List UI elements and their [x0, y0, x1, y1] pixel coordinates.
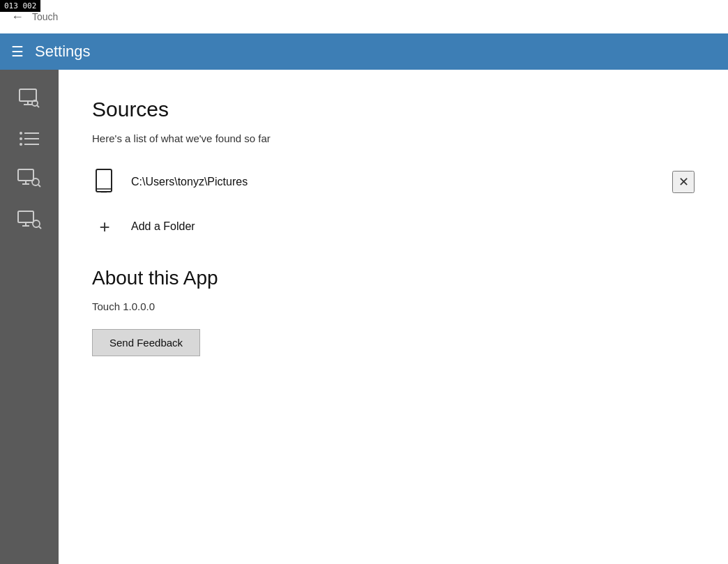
svg-rect-21: [96, 169, 112, 192]
sources-title: Sources: [92, 98, 695, 121]
sidebar-item-list[interactable]: [8, 121, 50, 156]
add-folder-label: Add a Folder: [131, 220, 195, 233]
monitor-search-icon-2: [17, 167, 42, 192]
sidebar-item-monitor-search-3[interactable]: [8, 202, 50, 237]
svg-line-20: [39, 227, 41, 229]
sidebar: [0, 70, 59, 564]
header-title: Settings: [35, 43, 91, 61]
app-version: Touch 1.0.0.0: [92, 300, 695, 312]
topbar-title: Touch: [32, 11, 58, 22]
debug-badge: 013 002: [0, 0, 40, 12]
hamburger-icon[interactable]: ☰: [11, 43, 24, 60]
sources-subtitle: Here's a list of what we've found so far: [92, 132, 695, 144]
svg-rect-11: [18, 169, 33, 181]
svg-point-19: [33, 220, 40, 227]
svg-point-9: [20, 143, 22, 146]
header-bar: ☰ Settings: [0, 33, 728, 70]
source-path: C:\Users\tonyz\Pictures: [131, 176, 658, 188]
svg-rect-16: [18, 211, 33, 222]
about-title: About this App: [92, 267, 695, 289]
svg-rect-0: [20, 89, 36, 101]
folder-icon: [92, 167, 117, 197]
remove-source-button[interactable]: ✕: [672, 171, 695, 193]
svg-point-14: [32, 178, 39, 185]
add-folder-item[interactable]: + Add a Folder: [92, 214, 695, 239]
monitor-search-icon-1: [17, 86, 42, 111]
svg-line-15: [38, 185, 40, 187]
sidebar-item-monitor-search-2[interactable]: [8, 162, 50, 197]
svg-point-7: [20, 137, 22, 140]
main-content: Sources Here's a list of what we've foun…: [59, 70, 728, 564]
plus-icon: +: [92, 214, 117, 239]
sidebar-item-monitor-search-1[interactable]: [8, 81, 50, 116]
list-icon: [18, 129, 40, 148]
monitor-search-icon-3: [17, 207, 42, 232]
top-bar: ← Touch: [0, 0, 728, 33]
send-feedback-button[interactable]: Send Feedback: [92, 329, 200, 356]
source-item: C:\Users\tonyz\Pictures ✕: [92, 164, 695, 200]
svg-line-4: [37, 105, 39, 107]
svg-point-5: [20, 132, 22, 135]
layout: Sources Here's a list of what we've foun…: [0, 70, 728, 564]
